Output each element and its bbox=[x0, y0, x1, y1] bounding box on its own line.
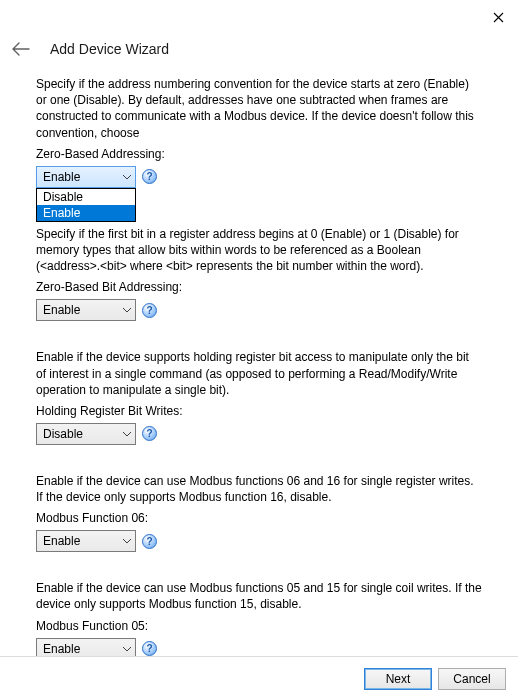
footer: Next Cancel bbox=[0, 656, 518, 700]
zero-based-addressing-dropdown: Disable Enable bbox=[36, 188, 136, 222]
content-area: Specify if the address numbering convent… bbox=[0, 76, 518, 660]
close-icon[interactable] bbox=[486, 5, 510, 29]
combo-value: Disable bbox=[43, 427, 83, 441]
help-icon[interactable]: ? bbox=[142, 303, 157, 318]
zero-based-addressing-label: Zero-Based Addressing: bbox=[36, 147, 482, 161]
zero-based-bit-desc: Specify if the first bit in a register a… bbox=[36, 226, 482, 275]
zero-based-addressing-desc: Specify if the address numbering convent… bbox=[36, 76, 482, 141]
dropdown-option-enable[interactable]: Enable bbox=[37, 205, 135, 221]
cancel-button[interactable]: Cancel bbox=[438, 668, 506, 690]
holding-reg-bit-writes-combo[interactable]: Disable bbox=[36, 423, 136, 445]
modbus-fn06-label: Modbus Function 06: bbox=[36, 511, 482, 525]
combo-value: Enable bbox=[43, 534, 80, 548]
combo-value: Enable bbox=[43, 642, 80, 656]
zero-based-bit-label: Zero-Based Bit Addressing: bbox=[36, 280, 482, 294]
page-title: Add Device Wizard bbox=[50, 41, 169, 57]
zero-based-addressing-combo[interactable]: Enable Disable Enable bbox=[36, 166, 136, 188]
holding-reg-bit-writes-label: Holding Register Bit Writes: bbox=[36, 404, 482, 418]
holding-reg-bit-writes-desc: Enable if the device supports holding re… bbox=[36, 349, 482, 398]
help-icon[interactable]: ? bbox=[142, 641, 157, 656]
combo-value: Enable bbox=[43, 170, 80, 184]
modbus-fn06-desc: Enable if the device can use Modbus func… bbox=[36, 473, 482, 505]
zero-based-bit-combo[interactable]: Enable bbox=[36, 299, 136, 321]
back-arrow-icon[interactable] bbox=[12, 40, 30, 58]
chevron-down-icon bbox=[123, 644, 131, 654]
chevron-down-icon bbox=[123, 429, 131, 439]
combo-value: Enable bbox=[43, 303, 80, 317]
help-icon[interactable]: ? bbox=[142, 169, 157, 184]
help-icon[interactable]: ? bbox=[142, 534, 157, 549]
chevron-down-icon bbox=[123, 305, 131, 315]
help-icon[interactable]: ? bbox=[142, 426, 157, 441]
dropdown-option-disable[interactable]: Disable bbox=[37, 189, 135, 205]
chevron-down-icon bbox=[123, 172, 131, 182]
modbus-fn05-label: Modbus Function 05: bbox=[36, 619, 482, 633]
titlebar bbox=[0, 0, 518, 30]
next-button[interactable]: Next bbox=[364, 668, 432, 690]
modbus-fn06-combo[interactable]: Enable bbox=[36, 530, 136, 552]
header: Add Device Wizard bbox=[0, 30, 518, 76]
chevron-down-icon bbox=[123, 536, 131, 546]
modbus-fn05-desc: Enable if the device can use Modbus func… bbox=[36, 580, 482, 612]
